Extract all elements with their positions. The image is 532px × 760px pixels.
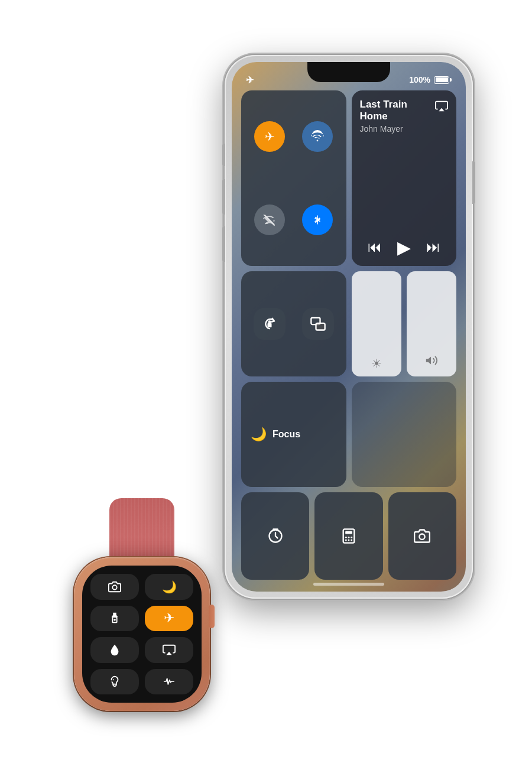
cc-row2: ☀ [241,271,456,376]
svg-point-16 [112,585,116,589]
wifi-btn[interactable] [296,98,339,176]
watch-airplay-btn[interactable] [145,637,193,663]
svg-point-20 [113,680,114,681]
volume-slider[interactable] [407,271,456,376]
iphone: ✈ 100% [225,55,473,599]
battery-percent: 100% [409,75,430,85]
row2-left [241,271,346,376]
camera-icon [414,528,430,544]
svg-rect-8 [345,531,352,534]
svg-point-11 [351,537,352,538]
lock-rotation-icon [261,316,278,332]
screen-mirror-icon [310,316,326,332]
airplay-btn[interactable] [435,100,448,116]
home-indicator [313,583,384,586]
watch-heartrate-btn[interactable] [145,669,193,695]
cc-row4 [241,492,456,580]
screen-time-btn[interactable] [241,492,309,580]
airplay-icon [435,100,448,113]
focus-label: Focus [273,429,300,440]
focus-block[interactable]: 🌙 Focus [241,382,346,487]
watch-flashlight-icon [108,612,121,625]
watch-camera-icon [108,580,121,593]
watch-airplane-btn[interactable]: ✈ [145,606,193,632]
row3-right-empty [352,382,457,487]
svg-point-12 [345,539,347,541]
music-artist: John Mayer [360,124,436,134]
volume-up-button[interactable] [222,179,225,215]
scene: ✈ 100% [59,55,473,705]
svg-marker-2 [439,108,444,112]
cc-row1: ✈ [241,90,456,266]
music-title: Last Train Home [360,99,436,123]
watch-case: 🌙 ✈ [74,557,210,711]
svg-point-15 [420,534,425,539]
volume-icon [425,354,438,367]
cc-row3: 🌙 Focus [241,382,456,487]
music-header: Last Train Home John Mayer [360,99,449,134]
airplane-btn[interactable]: ✈ [248,98,291,176]
battery-icon [434,76,452,84]
status-left: ✈ [246,65,254,86]
watch-airplay-icon [163,644,176,657]
status-right: 100% [409,75,452,85]
volume-down-button[interactable] [222,226,225,262]
bluetooth-icon [312,213,323,226]
watch-moon-icon: 🌙 [162,580,177,594]
notch [307,62,390,82]
bluetooth-btn[interactable] [296,180,339,258]
lock-rotation-btn[interactable] [247,277,292,371]
watch-hearing-btn[interactable] [90,669,139,695]
music-player: Last Train Home John Mayer [352,90,457,266]
wifi-icon [311,130,324,143]
watch-water-icon [108,644,121,657]
watch-airplane-icon: ✈ [164,610,174,626]
prev-button[interactable]: ⏮ [368,239,382,255]
music-controls: ⏮ ▶ ⏭ [360,235,449,258]
wifi-slash-btn[interactable] [248,180,291,258]
watch-heartrate-icon [162,675,176,687]
power-button[interactable] [472,161,475,204]
svg-marker-19 [166,652,171,655]
next-button[interactable]: ⏭ [426,239,440,255]
calculator-btn[interactable] [314,492,382,580]
airplane-mode-icon: ✈ [246,74,254,86]
watch-screen: 🌙 ✈ [82,566,202,703]
wifi-slash-icon [263,213,276,226]
watch-hearing-icon [108,675,121,688]
screen-mirror-btn[interactable] [296,277,340,371]
moon-icon: 🌙 [251,427,267,442]
svg-point-18 [113,619,116,621]
brightness-slider[interactable]: ☀ [352,271,401,376]
svg-point-10 [348,537,350,538]
airplane-icon: ✈ [265,129,275,144]
timer-icon [267,528,284,544]
svg-point-13 [348,539,350,541]
watch-moon-btn[interactable]: 🌙 [145,574,193,600]
svg-rect-5 [316,323,325,330]
calculator-icon [340,528,357,544]
sliders: ☀ [352,271,457,376]
camera-btn[interactable] [388,492,456,580]
svg-rect-3 [267,323,271,327]
brightness-icon: ☀ [371,356,382,371]
watch-water-btn[interactable] [90,637,139,663]
apple-watch: 🌙 ✈ [59,498,225,693]
mute-switch[interactable] [222,144,225,166]
connectivity-block: ✈ [241,90,346,266]
watch-flashlight-btn[interactable] [90,606,139,632]
watch-crown[interactable] [209,605,215,628]
control-center: ✈ [241,90,456,580]
iphone-screen: ✈ 100% [232,62,466,592]
play-button[interactable]: ▶ [397,237,411,258]
music-info: Last Train Home John Mayer [360,99,436,134]
svg-point-9 [345,537,347,538]
svg-point-14 [351,539,352,541]
watch-camera-btn[interactable] [90,574,139,600]
